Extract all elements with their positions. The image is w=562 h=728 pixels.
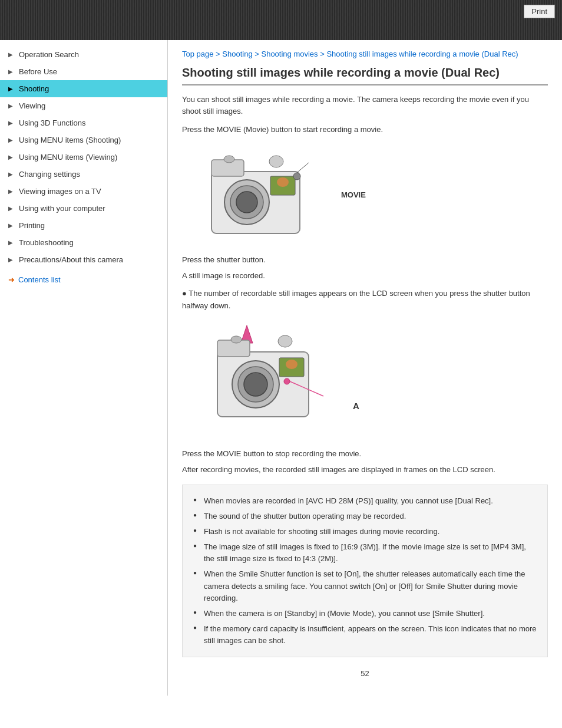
sidebar-item-operation-search[interactable]: ▶Operation Search	[0, 46, 167, 63]
sidebar-item-label: Precautions/About this camera	[19, 255, 123, 264]
page-number: 52	[182, 669, 548, 678]
note-item-3: The image size of still images is fixed …	[193, 539, 537, 566]
sidebar-item-changing-settings[interactable]: ▶Changing settings	[0, 166, 167, 183]
sidebar-item-label: Viewing images on a TV	[19, 187, 101, 196]
svg-point-24	[231, 336, 242, 343]
sidebar-item-label: Using MENU items (Shooting)	[19, 136, 121, 144]
sidebar-arrow-icon: ▶	[8, 51, 15, 58]
sidebar-item-using-menu-shooting[interactable]: ▶Using MENU items (Shooting)	[0, 131, 167, 149]
notes-list: When movies are recorded in [AVC HD 28M …	[193, 493, 537, 649]
camera-illustration-1: MOVIE	[194, 142, 548, 248]
sidebar-item-troubleshooting[interactable]: ▶Troubleshooting	[0, 234, 167, 251]
arrow-right-icon: ➜	[8, 275, 15, 284]
sidebar-item-label: Using 3D Functions	[19, 118, 85, 127]
intro-p1: You can shoot still images while recordi…	[182, 94, 548, 118]
breadcrumb: Top page > Shooting > Shooting movies > …	[182, 48, 548, 60]
note-item-5: When the camera is on [Standby] in (Movi…	[193, 606, 537, 621]
sidebar-arrow-icon: ▶	[8, 154, 15, 161]
step2-p2: A still image is recorded.	[182, 270, 548, 282]
main-content: Top page > Shooting > Shooting movies > …	[168, 40, 562, 696]
page-title: Shooting still images while recording a …	[182, 66, 548, 85]
step2-text: Press the shutter button. A still image …	[182, 254, 548, 282]
sidebar-arrow-icon: ▶	[8, 120, 15, 127]
note-item-4: When the Smile Shutter function is set t…	[193, 566, 537, 605]
intro-p2: Press the MOVIE (Movie) button to start …	[182, 124, 548, 136]
note-item-0: When movies are recorded in [AVC HD 28M …	[193, 493, 537, 509]
note-item-6: If the memory card capacity is insuffici…	[193, 621, 537, 648]
step3-p2: After recording movies, the recorded sti…	[182, 464, 548, 476]
sidebar-arrow-icon: ▶	[8, 85, 15, 93]
sidebar-arrow-icon: ▶	[8, 205, 15, 212]
sidebar-arrow-icon: ▶	[8, 103, 15, 110]
sidebar-item-using-computer[interactable]: ▶Using with your computer	[0, 200, 167, 217]
breadcrumb-shooting-movies[interactable]: Shooting movies	[261, 50, 318, 58]
sidebar-item-label: Printing	[19, 221, 45, 230]
svg-point-18	[244, 373, 267, 396]
sidebar-item-viewing-tv[interactable]: ▶Viewing images on a TV	[0, 183, 167, 200]
sidebar-item-label: Shooting	[19, 84, 49, 93]
sidebar-item-label: Before Use	[19, 67, 57, 76]
sidebar-arrow-icon: ▶	[8, 68, 15, 75]
sidebar-item-label: Changing settings	[19, 170, 80, 179]
step3-text: Press the MOVIE button to stop recording…	[182, 448, 548, 476]
sidebar-arrow-icon: ▶	[8, 222, 15, 229]
step1-instruction: Press the MOVIE (Movie) button to start …	[182, 124, 548, 136]
bullet-text: ● The number of recordable still images …	[182, 288, 548, 312]
svg-point-8	[224, 156, 234, 163]
sidebar-item-precautions[interactable]: ▶Precautions/About this camera	[0, 251, 167, 268]
svg-point-21	[286, 360, 297, 369]
sidebar-arrow-icon: ▶	[8, 188, 15, 195]
label-a: A	[353, 401, 359, 411]
sidebar-item-label: Operation Search	[19, 50, 79, 59]
sidebar-item-viewing[interactable]: ▶Viewing	[0, 97, 167, 114]
note-item-2: Flash is not available for shooting stil…	[193, 524, 537, 539]
sidebar-item-label: Using MENU items (Viewing)	[19, 153, 117, 162]
sidebar-item-label: Using with your computer	[19, 204, 105, 213]
breadcrumb-top[interactable]: Top page	[182, 50, 214, 58]
svg-point-10	[293, 173, 300, 180]
sidebar-item-using-3d[interactable]: ▶Using 3D Functions	[0, 114, 167, 131]
page-header: Print	[0, 0, 562, 40]
sidebar-item-printing[interactable]: ▶Printing	[0, 217, 167, 234]
sidebar-arrow-icon: ▶	[8, 239, 15, 246]
movie-label: MOVIE	[341, 190, 366, 199]
sidebar-arrow-icon: ▶	[8, 137, 15, 144]
page-layout: ▶Operation Search▶Before Use▶Shooting▶Vi…	[0, 40, 562, 696]
step2-p1: Press the shutter button.	[182, 254, 548, 266]
camera-svg-1	[194, 142, 323, 248]
svg-point-4	[236, 192, 257, 213]
camera-illustration-2: A	[200, 319, 548, 437]
svg-point-9	[269, 156, 283, 167]
sidebar-item-using-menu-viewing[interactable]: ▶Using MENU items (Viewing)	[0, 149, 167, 166]
sidebar-arrow-icon: ▶	[8, 256, 15, 263]
contents-list-link[interactable]: ➜ Contents list	[0, 268, 167, 291]
svg-point-25	[278, 335, 292, 347]
notes-box: When movies are recorded in [AVC HD 28M …	[182, 485, 548, 658]
sidebar: ▶Operation Search▶Before Use▶Shooting▶Vi…	[0, 40, 168, 696]
breadcrumb-shooting[interactable]: Shooting	[222, 50, 252, 58]
sidebar-item-shooting[interactable]: ▶Shooting	[0, 80, 167, 97]
sidebar-item-label: Viewing	[19, 101, 45, 110]
contents-list-label: Contents list	[18, 275, 61, 284]
breadcrumb-current: Shooting still images while recording a …	[326, 50, 518, 58]
svg-point-7	[277, 177, 289, 187]
sidebar-arrow-icon: ▶	[8, 171, 15, 178]
sidebar-item-before-use[interactable]: ▶Before Use	[0, 63, 167, 80]
intro-text: You can shoot still images while recordi…	[182, 94, 548, 118]
svg-point-22	[284, 378, 290, 384]
note-item-1: The sound of the shutter button operatin…	[193, 509, 537, 524]
print-button[interactable]: Print	[524, 5, 555, 18]
svg-line-11	[297, 163, 309, 173]
step3-p1: Press the MOVIE button to stop recording…	[182, 448, 548, 460]
bullet-1-text: The number of recordable still images ap…	[182, 289, 530, 310]
bullet-icon: ●	[182, 289, 189, 298]
camera-svg-2	[200, 319, 341, 437]
sidebar-item-label: Troubleshooting	[19, 238, 74, 247]
